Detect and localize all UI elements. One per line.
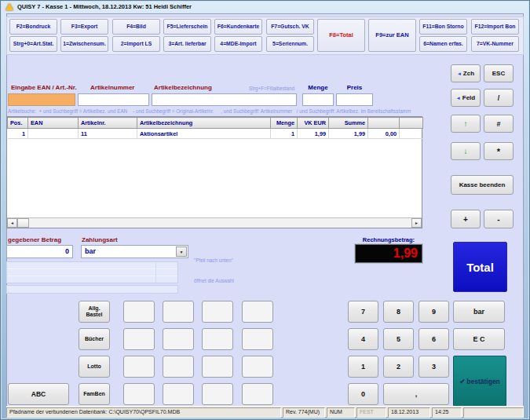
item-table-header-row: Pos. EAN Artikelnr. Artikelbezeichnung M…	[8, 118, 423, 129]
category-buecher-button[interactable]: Bücher	[79, 328, 110, 350]
fkey-f12-import-bon[interactable]: F12=Import Bon	[471, 19, 519, 35]
fkey-1-zwischensum[interactable]: 1=Zwischensum.	[60, 36, 108, 52]
back-arrow-icon: ◄	[457, 71, 462, 76]
fkey-f9-zur-ean[interactable]: F9=zur EAN	[368, 19, 416, 52]
abc-button[interactable]: ABC	[8, 383, 69, 405]
numpad-3[interactable]: 3	[419, 356, 449, 378]
col-pos[interactable]: Pos.	[8, 118, 28, 129]
numpad-7[interactable]: 7	[348, 301, 378, 323]
item-table: Pos. EAN Artikelnr. Artikelbezeichnung M…	[7, 117, 423, 139]
blank-key[interactable]	[242, 328, 273, 350]
artikelbezeichnung-input[interactable]	[152, 93, 297, 106]
numpad-0[interactable]: 0	[348, 383, 378, 405]
confirm-button[interactable]: ✔bestätigen	[453, 356, 506, 407]
fkey-6-namen-erfas[interactable]: 6=Namen erfas.	[419, 36, 467, 52]
table-hscrollbar[interactable]: ◄ ►	[7, 217, 422, 228]
fkey-3-art-lieferbar[interactable]: 3=Art. lieferbar	[163, 36, 211, 52]
col-extra[interactable]	[368, 118, 400, 129]
numpad-9[interactable]: 9	[419, 301, 449, 323]
arrow-down-button[interactable]: ↓	[451, 142, 481, 160]
fkey-f2-bondruck[interactable]: F2=Bondruck	[9, 19, 57, 35]
blank-key[interactable]	[163, 328, 194, 350]
fkey-f7-gutsch-vk[interactable]: F7=Gutsch. VK	[266, 19, 314, 35]
payment-detail-row	[6, 285, 178, 294]
col-summe[interactable]: Summe	[329, 118, 368, 129]
status-fest: FEST	[356, 407, 386, 418]
scroll-right-arrow-icon[interactable]: ►	[411, 218, 422, 228]
fkey-7-vk-nummer[interactable]: 7=VK-Nummer	[471, 36, 519, 52]
dropdown-arrow-icon[interactable]: ▼	[176, 247, 187, 257]
blank-key[interactable]	[123, 383, 155, 405]
cell-artnr: 11	[79, 129, 137, 139]
blank-key[interactable]	[123, 328, 155, 350]
blank-key[interactable]	[123, 301, 155, 323]
fkey-strg0-artstat[interactable]: Strg+0=Art.Stat.	[9, 36, 57, 52]
col-filler	[400, 118, 423, 129]
feld-button[interactable]: ◄Feld	[451, 89, 481, 107]
fkey-4-mde-import[interactable]: 4=MDE-Import	[214, 36, 262, 52]
col-menge[interactable]: Menge	[271, 118, 298, 129]
payment-method-label: Zahlungsart	[82, 236, 118, 243]
blank-key[interactable]	[163, 301, 194, 323]
status-revision: Rev. 774(MU)	[283, 407, 325, 418]
fkey-f4-bild[interactable]: F4=Bild	[112, 19, 160, 35]
blank-key[interactable]	[202, 301, 233, 323]
numpad-1[interactable]: 1	[348, 356, 378, 378]
fkey-5-seriennum[interactable]: 5=Seriennum.	[266, 36, 314, 52]
scrollbar-thumb[interactable]	[17, 218, 29, 228]
scroll-left-arrow-icon[interactable]: ◄	[7, 218, 17, 228]
fkey-f8-total[interactable]: F8=Total	[317, 19, 365, 52]
cell-filler	[400, 129, 423, 139]
blank-key[interactable]	[202, 383, 233, 405]
numpad-8[interactable]: 8	[383, 301, 414, 323]
preis-input[interactable]	[336, 93, 373, 106]
slash-button[interactable]: /	[484, 89, 514, 107]
fkey-f6-kundenkarte[interactable]: F6=Kundenkarte	[214, 19, 262, 35]
arrow-up-button[interactable]: ↑	[451, 115, 481, 133]
blank-key[interactable]	[202, 356, 233, 378]
minus-button[interactable]: -	[484, 210, 514, 228]
hash-button[interactable]: #	[484, 115, 514, 133]
col-artbez[interactable]: Artikelbezeichnung	[137, 118, 271, 129]
zch-button[interactable]: ◄Zch	[451, 64, 481, 82]
blank-key[interactable]	[163, 383, 194, 405]
blank-key[interactable]	[202, 328, 233, 350]
blank-key[interactable]	[242, 383, 273, 405]
given-amount-input[interactable]: 0	[6, 245, 73, 258]
payment-method-select[interactable]: bar ▼	[81, 245, 188, 258]
fkey-2-import-ls[interactable]: 2=Import LS	[112, 36, 160, 52]
fkey-f5-lieferschein[interactable]: F5=Lieferschein	[163, 19, 211, 35]
app-icon	[5, 3, 13, 10]
fkey-f11-bon-storno[interactable]: F11=Bon Storno	[419, 19, 467, 35]
col-ean[interactable]: EAN	[28, 118, 79, 129]
blank-key[interactable]	[242, 301, 273, 323]
blank-key[interactable]	[123, 356, 155, 378]
titlebar[interactable]: QUISY 7 - Kasse 1 - Mittwoch, 18.12.2013…	[0, 0, 530, 13]
fkey-f3-export[interactable]: F3=Export	[60, 19, 108, 35]
numpad-6[interactable]: 6	[419, 328, 449, 350]
given-amount-label: gegebener Betrag	[8, 236, 61, 243]
col-vk-eur[interactable]: VK EUR	[298, 118, 329, 129]
pay-bar-button[interactable]: bar	[453, 301, 505, 323]
numpad-2[interactable]: 2	[383, 356, 414, 378]
total-button[interactable]: Total	[453, 242, 507, 292]
star-button[interactable]: *	[484, 142, 514, 160]
esc-button[interactable]: ESC	[484, 64, 514, 82]
kasse-beenden-button[interactable]: Kasse beenden	[451, 175, 514, 195]
artikelnummer-input[interactable]	[78, 93, 149, 106]
col-artnr[interactable]: Artikelnr.	[79, 118, 137, 129]
ean-input[interactable]	[8, 93, 75, 106]
blank-key[interactable]	[163, 356, 194, 378]
category-famben-button[interactable]: FamBen	[79, 383, 110, 405]
numpad-5[interactable]: 5	[383, 328, 414, 350]
table-row[interactable]: 1 11 Aktionsartikel 1 1,99 1,99 0,00	[8, 129, 423, 139]
plus-button[interactable]: +	[451, 210, 481, 228]
category-allg-bastel-button[interactable]: Allg. Bastel	[79, 301, 110, 323]
numpad-4[interactable]: 4	[348, 328, 378, 350]
numpad-comma[interactable]: ,	[383, 383, 449, 405]
menge-input[interactable]	[302, 93, 334, 106]
pay-ec-button[interactable]: E C	[453, 328, 505, 350]
invoice-total-value: 1,99	[356, 245, 422, 260]
blank-key[interactable]	[242, 356, 273, 378]
category-lotto-button[interactable]: Lotto	[79, 356, 110, 378]
